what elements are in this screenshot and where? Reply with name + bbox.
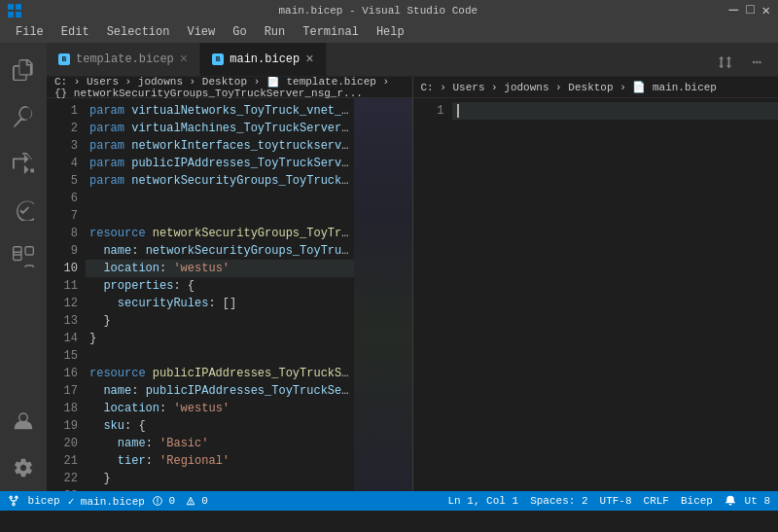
title-text: main.bicep - Visual Studio Code xyxy=(27,5,729,17)
status-check[interactable]: ✓ main.bicep xyxy=(68,495,145,508)
tab-label-right: main.bicep xyxy=(230,53,300,66)
minimize-button[interactable]: ─ xyxy=(729,2,739,19)
svg-rect-3 xyxy=(16,12,21,18)
bicep-icon-left: B xyxy=(58,53,70,65)
tab-bar: B template.bicep × B main.bicep × ⋯ xyxy=(47,43,778,77)
tab-main-bicep[interactable]: B main.bicep × xyxy=(200,43,326,76)
tab-template-bicep[interactable]: B template.bicep × xyxy=(47,43,200,76)
tab-bar-actions: ⋯ xyxy=(712,49,778,76)
tab-close-right[interactable]: × xyxy=(305,52,313,67)
svg-rect-0 xyxy=(8,4,14,10)
main-layout: B template.bicep × B main.bicep × ⋯ xyxy=(0,43,778,491)
svg-rect-2 xyxy=(8,12,14,18)
breadcrumb-left: C: › Users › jodowns › Desktop › 📄 templ… xyxy=(47,77,412,98)
status-right: Ln 1, Col 1 Spaces: 2 UTF-8 CRLF Bicep U… xyxy=(447,495,770,507)
menu-go[interactable]: Go xyxy=(225,23,254,41)
right-editor-pane: C: › Users › jodowns › Desktop › 📄 main.… xyxy=(413,77,779,491)
status-bar: bicep ✓ main.bicep 0 0 Ln 1, Col 1 Space… xyxy=(0,491,778,511)
more-actions-button[interactable]: ⋯ xyxy=(743,49,770,76)
activity-run[interactable] xyxy=(0,187,47,233)
right-code-lines[interactable] xyxy=(452,98,779,491)
status-errors[interactable]: 0 0 xyxy=(153,495,208,507)
status-spaces[interactable]: Spaces: 2 xyxy=(530,495,587,507)
right-line-numbers: 1 xyxy=(413,98,452,491)
menu-selection[interactable]: Selection xyxy=(99,23,178,41)
status-cursor[interactable]: Ln 1, Col 1 xyxy=(447,495,518,507)
activity-bar xyxy=(0,43,47,491)
activity-search[interactable] xyxy=(0,93,47,140)
split-editor-button[interactable] xyxy=(712,49,739,76)
app-icon xyxy=(8,4,21,18)
window-controls[interactable]: ─ □ ✕ xyxy=(729,2,770,19)
left-code-container: 12345 678910 1112131415 1617181920 21222… xyxy=(47,98,412,491)
status-line-ending[interactable]: CRLF xyxy=(644,495,669,507)
tab-close-left[interactable]: × xyxy=(180,52,188,67)
breadcrumb-left-text: C: › Users › jodowns › Desktop › 📄 templ… xyxy=(54,77,405,99)
tab-label-left: template.bicep xyxy=(76,53,174,66)
title-bar: main.bicep - Visual Studio Code ─ □ ✕ xyxy=(0,0,778,21)
status-encoding[interactable]: UTF-8 xyxy=(600,495,632,507)
menu-help[interactable]: Help xyxy=(369,23,412,41)
menu-file[interactable]: File xyxy=(8,23,52,41)
editor-area: B template.bicep × B main.bicep × ⋯ xyxy=(47,43,778,491)
breadcrumb-right-text: C: › Users › jodowns › Desktop › 📄 main.… xyxy=(421,81,717,93)
status-left: bicep ✓ main.bicep 0 0 xyxy=(8,495,208,508)
activity-explorer[interactable] xyxy=(0,47,47,93)
left-code-lines[interactable]: param virtualNetworks_ToyTruck_vnet_name… xyxy=(86,98,354,491)
menu-terminal[interactable]: Terminal xyxy=(295,23,367,41)
svg-rect-1 xyxy=(16,4,21,10)
menu-view[interactable]: View xyxy=(179,23,223,41)
activity-account[interactable] xyxy=(0,398,47,444)
left-minimap xyxy=(354,98,412,491)
menu-bar: File Edit Selection View Go Run Terminal… xyxy=(0,21,778,43)
status-notifications[interactable]: Ut 8 xyxy=(725,495,770,507)
menu-edit[interactable]: Edit xyxy=(53,23,97,41)
left-line-numbers: 12345 678910 1112131415 1617181920 21222… xyxy=(47,98,86,491)
status-language[interactable]: Bicep xyxy=(681,495,713,507)
bicep-icon-right: B xyxy=(212,53,224,65)
breadcrumb-right: C: › Users › jodowns › Desktop › 📄 main.… xyxy=(413,77,779,98)
menu-run[interactable]: Run xyxy=(257,23,294,41)
activity-settings[interactable] xyxy=(0,444,47,491)
activity-extensions[interactable] xyxy=(0,233,47,280)
right-code-container: 1 xyxy=(413,98,779,491)
close-button[interactable]: ✕ xyxy=(762,2,770,19)
editors: C: › Users › jodowns › Desktop › 📄 templ… xyxy=(47,77,778,491)
status-branch[interactable]: bicep xyxy=(8,495,60,507)
maximize-button[interactable]: □ xyxy=(746,2,754,19)
activity-source-control[interactable] xyxy=(0,140,47,187)
left-editor-pane: C: › Users › jodowns › Desktop › 📄 templ… xyxy=(47,77,413,491)
